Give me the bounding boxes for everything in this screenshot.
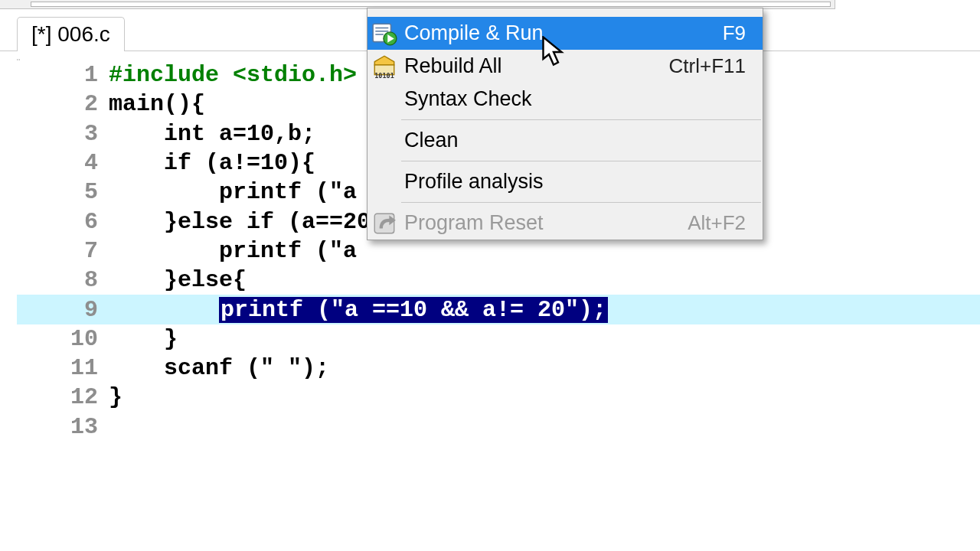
code-text: }else if (a==20 [109,209,371,235]
menu-item-label: Clean [401,129,746,152]
rebuild-icon: 10101 [368,50,401,83]
line-number: 10 [17,326,109,352]
code-text: printf ("a [109,238,357,264]
menu-separator [401,202,761,203]
code-line[interactable]: 8 }else{ [17,266,980,295]
line-number: 3 [17,121,109,147]
reset-icon [368,207,401,240]
menu-icon-empty [368,165,401,198]
line-number: 4 [17,150,109,176]
code-line[interactable]: 12} [17,383,980,412]
line-number: 5 [17,179,109,205]
code-text: int a=10,b; [109,121,315,147]
menu-item-rebuild-all[interactable]: 10101Rebuild AllCtrl+F11 [368,50,763,83]
line-number: 12 [17,384,109,410]
selection: printf ("a ==10 && a!= 20"); [219,297,608,323]
compile-run-icon [368,17,401,50]
line-number: 7 [17,238,109,264]
code-text: printf ("a ==10 && a!= 20"); [109,297,608,323]
code-line[interactable]: 13 [17,412,980,442]
code-line[interactable]: 11 scanf (" "); [17,354,980,383]
tab-title: [*] 006.c [31,22,110,47]
menu-item-shortcut: Alt+F2 [688,211,763,235]
line-number: 1 [17,62,109,88]
menu-item-label: Profile analysis [401,170,746,194]
svg-text:10101: 10101 [374,71,394,79]
code-text: }else{ [109,267,247,293]
toolbar-field [31,2,831,7]
menu-item-shortcut: Ctrl+F11 [669,54,763,78]
menu-item-shortcut: F9 [723,21,763,45]
menu-item-label: Program Reset [401,211,688,235]
code-text: main(){ [109,91,205,117]
menu-top-border [368,8,763,17]
line-number: 11 [17,355,109,381]
code-text: } [109,384,122,410]
menu-separator [401,119,761,120]
menu-item-label: Rebuild All [401,54,669,78]
menu-icon-empty [368,124,401,157]
menu-item-profile-analysis[interactable]: Profile analysis [368,165,763,198]
menu-item-syntax-check[interactable]: Syntax Check [368,83,763,116]
execute-menu: Compile & RunF910101Rebuild AllCtrl+F11S… [367,8,763,240]
menu-separator [401,161,761,161]
code-text: #include <stdio.h> [109,62,357,88]
menu-icon-empty [368,83,401,116]
menu-item-program-reset: Program ResetAlt+F2 [368,207,763,240]
menu-item-label: Compile & Run [401,21,723,45]
line-number: 9 [17,297,109,323]
line-number: 8 [17,267,109,293]
code-text: printf ("a [109,179,357,205]
code-text: } [109,326,178,352]
line-number: 6 [17,209,109,235]
tab-file[interactable]: [*] 006.c [17,17,125,51]
code-text: if (a!=10){ [109,150,315,176]
menu-item-compile-run[interactable]: Compile & RunF9 [368,17,763,50]
menu-item-label: Syntax Check [401,87,746,111]
line-number: 2 [17,91,109,117]
code-line[interactable]: 9 printf ("a ==10 && a!= 20"); [17,295,980,324]
toolbar-right-block [835,0,980,9]
menu-item-clean[interactable]: Clean [368,124,763,157]
code-text: scanf (" "); [109,355,329,381]
code-line[interactable]: 7 printf ("a [17,236,980,266]
line-number: 13 [17,414,109,440]
code-line[interactable]: 10 } [17,324,980,354]
